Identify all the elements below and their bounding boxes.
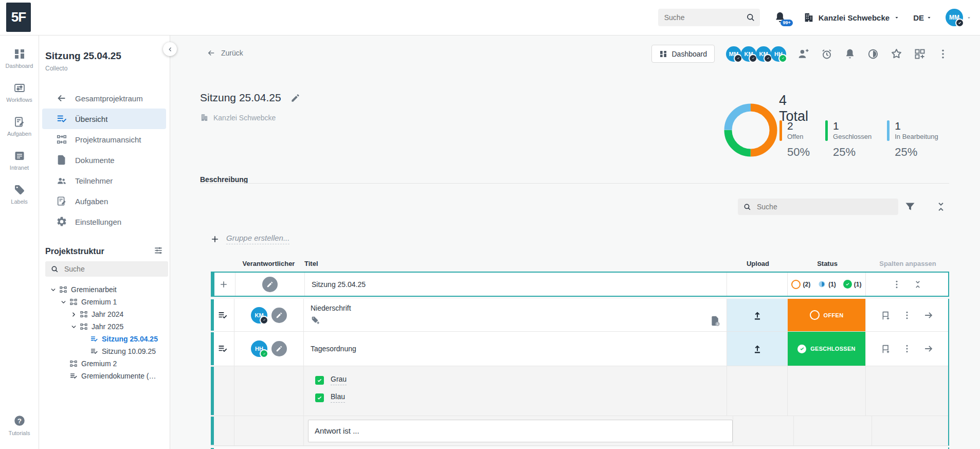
checkbox-label[interactable]: Grau <box>331 375 347 385</box>
open-task-arrow-icon[interactable] <box>923 310 934 321</box>
collapse-group-icon[interactable] <box>913 279 923 290</box>
participant-avatars[interactable]: MM KM KM HH <box>727 46 786 62</box>
rail-item-aufgaben[interactable]: Aufgaben <box>0 109 39 143</box>
dashboard-button[interactable]: Dashboard <box>651 45 715 63</box>
tasks-table: Verantwortlicher Titel Upload Status Spa… <box>211 260 949 449</box>
rail-item-intranet[interactable]: Intranet <box>0 143 39 177</box>
group-title[interactable]: Sitzung 25.04.25 <box>312 280 366 289</box>
tree-item-gremienarbeit[interactable]: Gremienarbeit <box>39 283 170 296</box>
checkbox-label[interactable]: Blau <box>331 392 345 403</box>
person-add-icon[interactable] <box>797 47 810 60</box>
upload-button[interactable] <box>727 332 787 366</box>
building-icon <box>803 12 814 23</box>
user-status-badge <box>955 19 964 27</box>
flag-add-icon[interactable] <box>880 343 891 354</box>
assign-responsible-button[interactable] <box>271 308 287 323</box>
assignee-avatar[interactable]: KM <box>251 307 267 324</box>
assign-responsible-button[interactable] <box>271 341 287 356</box>
search-icon <box>743 203 752 211</box>
add-task-button[interactable] <box>212 273 235 296</box>
contrast-icon[interactable] <box>867 48 879 60</box>
sidebar-item-einstellungen[interactable]: Einstellungen <box>42 211 166 232</box>
sidebar-project-title: Sitzung 25.04.25 <box>45 50 121 62</box>
sidebar-collapse-button[interactable] <box>163 42 177 56</box>
status-badge-offen[interactable]: OFFEN <box>787 299 865 331</box>
structure-search-input[interactable] <box>59 264 168 274</box>
back-link[interactable]: Zurück <box>207 48 243 58</box>
create-group-button[interactable]: Gruppe erstellen... <box>210 234 289 244</box>
upload-button[interactable] <box>727 299 787 331</box>
task-row-tagesordnung: HH Tagesordnung GESCHLOSSEN <box>211 331 948 366</box>
tree-item-jahr-2025[interactable]: Jahr 2025 <box>39 320 170 333</box>
bell-icon[interactable] <box>844 48 856 60</box>
sidebar-item-uebersicht[interactable]: Übersicht <box>42 109 166 129</box>
list-check-icon <box>90 335 98 343</box>
collapse-all-icon[interactable] <box>935 201 947 213</box>
tag-icon <box>13 184 26 196</box>
more-vert-icon[interactable] <box>902 310 912 320</box>
avatar: KM <box>741 46 756 62</box>
row-drag-handle[interactable] <box>211 299 234 331</box>
rail-item-dashboard[interactable]: Dashboard <box>0 41 39 75</box>
rail-item-tutorials[interactable]: ? Tutorials <box>0 408 39 442</box>
rail-item-labels[interactable]: Labels <box>0 177 39 211</box>
open-task-arrow-icon[interactable] <box>923 343 934 354</box>
column-verantwortlicher: Verantwortlicher <box>234 260 303 272</box>
tag-plus-icon[interactable] <box>311 315 320 325</box>
column-spalten-anpassen[interactable]: Spalten anpassen <box>866 260 949 272</box>
app-logo[interactable]: 5F <box>6 3 31 32</box>
stat-offen: 2 Offen 50% <box>779 120 810 159</box>
status-badge-geschlossen[interactable]: GESCHLOSSEN <box>787 332 865 366</box>
task-title[interactable]: Niederschrift <box>311 304 351 312</box>
more-vert-icon[interactable] <box>937 48 949 60</box>
assign-responsible-button[interactable] <box>262 277 278 292</box>
alarm-icon[interactable] <box>821 48 833 60</box>
attachment-indicator[interactable]: 1 <box>710 315 720 327</box>
tree-item-sitzung-25-04-25[interactable]: Sitzung 25.04.25 <box>39 333 170 345</box>
checkbox-checked[interactable] <box>315 376 324 385</box>
tree-item-sitzung-10-09-25[interactable]: Sitzung 10.09.25 <box>39 345 170 357</box>
rail-item-workflows[interactable]: Workflows <box>0 75 39 109</box>
tree-item-gremiendokumente[interactable]: Gremiendokumente (Allg... <box>39 370 170 382</box>
row-drag-handle[interactable] <box>211 332 234 366</box>
check-circle-icon <box>843 280 852 289</box>
rail-label: Aufgaben <box>7 131 31 137</box>
document-icon <box>56 154 67 166</box>
sidebar-item-projektraumansicht[interactable]: Projektraumansicht <box>42 129 166 150</box>
main-toolbar: Dashboard MM KM KM HH <box>651 45 950 63</box>
answer-input[interactable] <box>308 420 733 442</box>
open-ring-icon <box>810 310 820 320</box>
sidebar-item-label: Aufgaben <box>75 197 108 206</box>
tune-icon[interactable] <box>153 245 164 256</box>
more-vert-icon[interactable] <box>902 344 912 354</box>
organization-selector[interactable]: Kanzlei Schwebcke <box>803 12 900 23</box>
more-vert-icon[interactable] <box>892 279 902 290</box>
task-title[interactable]: Tagesordnung <box>311 345 356 353</box>
sidebar-item-dokumente[interactable]: Dokumente <box>42 150 166 170</box>
description-label: Beschreibung <box>200 175 248 184</box>
sidebar-item-teilnehmer[interactable]: Teilnehmer <box>42 170 166 191</box>
filter-icon[interactable] <box>904 201 916 213</box>
assignee-avatar[interactable]: HH <box>251 340 267 357</box>
tree-item-gremium-2[interactable]: Gremium 2 <box>39 357 170 370</box>
grid-plus-icon[interactable] <box>914 48 926 60</box>
sidebar-back-gesamtprojektraum[interactable]: Gesamtprojektraum <box>42 88 166 109</box>
tree-item-jahr-2024[interactable]: Jahr 2024 <box>39 308 170 320</box>
star-icon[interactable] <box>890 47 903 60</box>
user-menu[interactable]: MM <box>946 9 972 26</box>
arrow-left-icon <box>207 48 216 58</box>
table-search-input[interactable] <box>752 202 898 211</box>
open-ring-icon <box>791 280 801 289</box>
workflow-nodes-icon <box>80 310 88 318</box>
language-selector[interactable]: DE <box>913 13 932 22</box>
sidebar-project-subtitle: Collecto <box>45 65 67 72</box>
notifications-button[interactable]: 99+ <box>773 11 787 24</box>
checkbox-checked[interactable] <box>315 393 324 402</box>
sidebar-item-label: Dokumente <box>75 156 115 165</box>
nav-rail: Dashboard Workflows Aufgaben Intranet La… <box>0 35 39 449</box>
edit-pencil-icon[interactable] <box>291 93 300 103</box>
sidebar-item-aufgaben[interactable]: Aufgaben <box>42 191 166 211</box>
flag-add-icon[interactable] <box>880 310 891 321</box>
stat-label: In Bearbeitung <box>895 133 938 140</box>
tree-item-gremium-1[interactable]: Gremium 1 <box>39 296 170 308</box>
